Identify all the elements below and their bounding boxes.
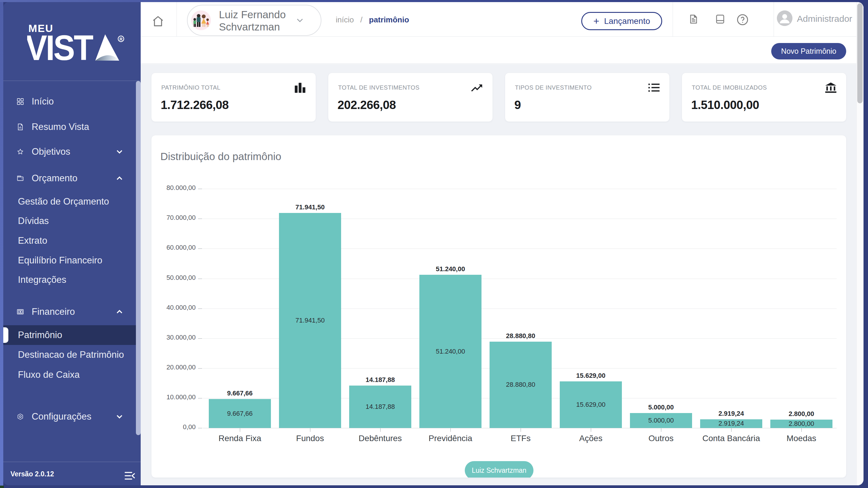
svg-text:VIST: VIST: [27, 33, 93, 63]
svg-text:R: R: [120, 37, 122, 41]
